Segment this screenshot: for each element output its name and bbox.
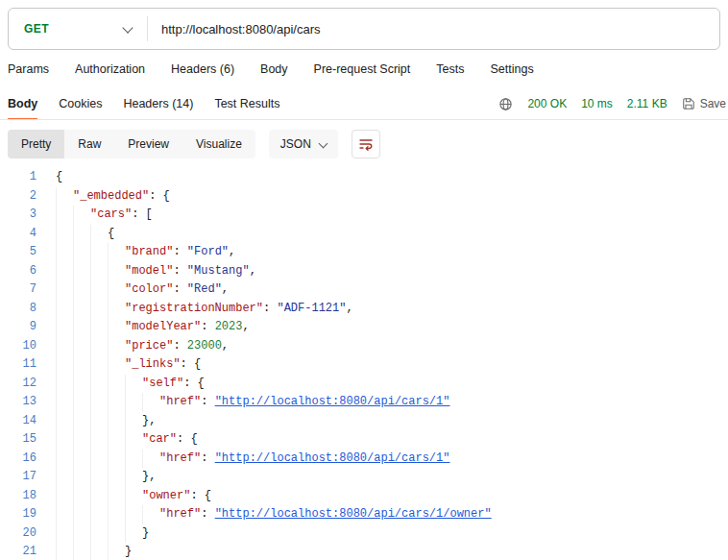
request-tab-body[interactable]: Body: [260, 62, 288, 76]
request-tabs: ParamsAuthorizationHeaders (6)BodyPre-re…: [0, 50, 728, 88]
href-link[interactable]: "http://localhost:8080/api/cars/1": [215, 395, 450, 408]
line-number: 5: [0, 243, 36, 262]
href-link[interactable]: "http://localhost:8080/api/cars/1": [215, 451, 450, 465]
request-url-bar: GET: [8, 8, 720, 50]
method-selector[interactable]: GET: [9, 9, 147, 49]
code-line: 14},: [0, 412, 728, 431]
code-token: :: [173, 264, 186, 278]
indent-guide: [56, 206, 90, 225]
code-line: 4{: [0, 225, 728, 244]
code-token: : {: [181, 357, 202, 371]
code-line: 17},: [0, 468, 728, 487]
line-number: 2: [0, 187, 36, 207]
code-line: 5"brand": "Ford",: [0, 243, 728, 262]
line-number: 6: [0, 262, 36, 281]
code-token: :: [173, 339, 186, 353]
line-number: 18: [0, 487, 36, 506]
view-mode-tabs: PrettyRawPreviewVisualize: [8, 130, 255, 158]
code-line: 3"cars": [: [0, 206, 728, 225]
code-token: :: [173, 282, 186, 296]
code-line: 6"model": "Mustang",: [0, 262, 728, 281]
indent-guide: [56, 318, 125, 337]
save-icon: [682, 97, 695, 110]
code-token: "modelYear": [125, 320, 201, 333]
wrap-line-button[interactable]: [352, 130, 380, 158]
request-tab-settings[interactable]: Settings: [490, 62, 533, 76]
indent-guide: [56, 300, 125, 319]
line-number: 16: [0, 450, 36, 469]
language-label: JSON: [280, 137, 311, 151]
code-line: 9"modelYear": 2023,: [0, 318, 728, 337]
indent-guide: [56, 468, 142, 487]
response-tab-test-results[interactable]: Test Results: [214, 88, 279, 119]
indent-guide: [56, 450, 159, 469]
code-line: 18"owner": {: [0, 487, 728, 506]
code-token: "href": [159, 451, 201, 465]
href-link[interactable]: "http://localhost:8080/api/cars/1/owner": [215, 507, 492, 521]
indent-guide: [56, 280, 125, 300]
line-number: 15: [0, 430, 36, 450]
request-tab-pre-request-script[interactable]: Pre-request Script: [314, 62, 411, 76]
code-line: 1{: [0, 168, 728, 187]
chevron-down-icon: [122, 22, 133, 33]
code-token: :: [263, 302, 277, 315]
code-token: "_links": [125, 357, 181, 371]
view-tab-visualize[interactable]: Visualize: [182, 130, 255, 158]
line-number: 20: [0, 524, 36, 544]
code-token: :: [201, 395, 214, 408]
request-tab-authorization[interactable]: Authorization: [75, 62, 145, 76]
line-number: 17: [0, 468, 36, 487]
code-token: "self": [142, 377, 183, 390]
code-token: :: [201, 320, 214, 333]
line-number: 4: [0, 225, 36, 244]
code-token: {: [108, 227, 114, 240]
code-token: }: [125, 545, 132, 558]
code-token: "href": [159, 507, 201, 521]
indent-guide: [56, 505, 159, 524]
request-tab-tests[interactable]: Tests: [436, 62, 464, 76]
code-token: {: [56, 170, 62, 183]
code-line: 7"color": "Red",: [0, 280, 728, 300]
globe-icon[interactable]: [498, 97, 513, 111]
code-line: 11"_links": {: [0, 355, 728, 375]
code-token: "color": [125, 282, 173, 296]
line-number: 9: [0, 318, 36, 337]
response-view-bar: PrettyRawPreviewVisualize JSON: [0, 120, 728, 168]
response-tabs: BodyCookiesHeaders (14)Test Results: [8, 88, 279, 119]
code-token: ,: [222, 282, 229, 296]
chevron-down-icon: [318, 138, 328, 148]
method-label: GET: [24, 22, 49, 36]
code-line: 21}: [0, 543, 728, 560]
code-token: "registrationNumber": [125, 302, 263, 315]
code-token: ,: [229, 245, 235, 258]
response-size: 2.11 KB: [627, 97, 667, 110]
request-tab-headers-6[interactable]: Headers (6): [171, 62, 234, 76]
code-token: "Mustang": [187, 264, 250, 278]
response-tab-headers-14[interactable]: Headers (14): [123, 88, 193, 119]
code-token: : [: [132, 207, 153, 221]
code-token: }: [142, 526, 149, 540]
view-tab-pretty[interactable]: Pretty: [8, 130, 64, 158]
response-body-json: 1{2"_embedded": {3"cars": [4{5"brand": "…: [0, 168, 728, 560]
code-token: "Ford": [187, 245, 229, 258]
view-tab-raw[interactable]: Raw: [64, 130, 114, 158]
indent-guide: [56, 225, 108, 244]
code-token: "car": [142, 432, 177, 446]
code-token: "model": [125, 264, 173, 278]
response-tab-cookies[interactable]: Cookies: [59, 88, 102, 119]
response-time: 10 ms: [581, 97, 613, 110]
code-token: "owner": [142, 489, 190, 502]
view-tab-preview[interactable]: Preview: [114, 130, 182, 158]
response-tab-body[interactable]: Body: [8, 88, 37, 119]
url-input[interactable]: [148, 22, 719, 37]
request-tab-params[interactable]: Params: [8, 62, 49, 76]
save-response-button[interactable]: Save: [682, 97, 726, 110]
code-token: "href": [159, 395, 201, 408]
language-selector[interactable]: JSON: [269, 130, 338, 158]
indent-guide: [56, 355, 125, 375]
wrap-line-icon: [358, 136, 374, 152]
code-token: },: [142, 414, 156, 427]
code-line: 12"self": {: [0, 375, 728, 394]
code-token: "Red": [187, 282, 222, 296]
response-meta: 200 OK 10 ms 2.11 KB Save: [498, 97, 728, 111]
